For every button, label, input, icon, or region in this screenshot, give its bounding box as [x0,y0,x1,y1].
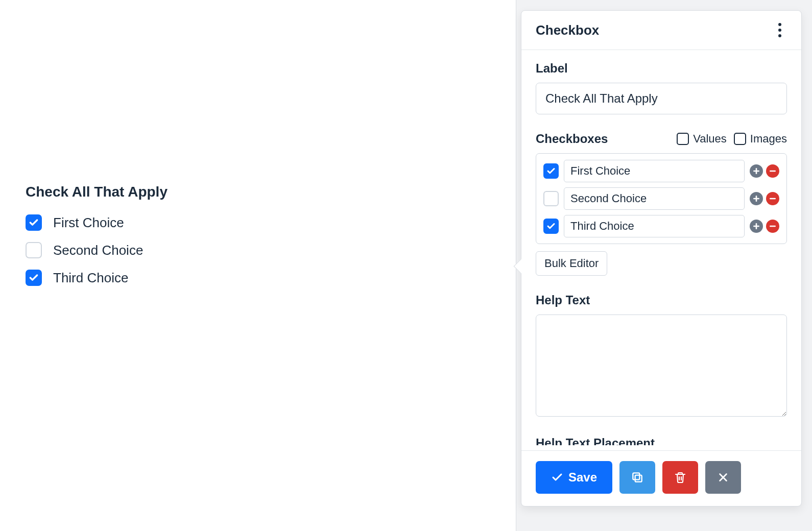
help-text-section-heading: Help Text [536,293,787,307]
images-toggle-label: Images [750,132,787,146]
label-input[interactable] [536,83,787,114]
choice-default-checkbox[interactable] [543,219,559,234]
svg-rect-0 [635,475,642,482]
trash-icon [674,471,686,484]
choice-default-checkbox[interactable] [543,191,559,206]
help-text-placement-heading: Help Text Placement [536,436,787,445]
choice-row [543,160,779,182]
help-text-input[interactable] [536,315,787,417]
values-toggle[interactable]: Values [677,132,727,146]
choice-row-actions [750,220,779,233]
preview-checkbox[interactable] [26,242,42,258]
preview-option-label: First Choice [53,215,124,231]
choice-label-input[interactable] [564,160,745,182]
choice-label-input[interactable] [564,215,745,237]
choice-row [543,215,779,237]
panel-body: Label Checkboxes Values Images [521,50,801,450]
remove-choice-button[interactable] [766,164,779,178]
preview-option[interactable]: Third Choice [26,270,383,286]
checkbox-toggles: Values Images [677,132,787,146]
check-icon [29,218,39,228]
minus-icon [769,222,777,230]
check-icon [546,166,556,176]
checkboxes-section-heading: Checkboxes [536,132,608,146]
svg-rect-1 [633,473,639,479]
check-icon [551,471,563,484]
panel-header: Checkbox [521,11,801,50]
choice-row [543,187,779,210]
add-choice-button[interactable] [750,192,763,205]
label-section-heading: Label [536,61,787,76]
save-button[interactable]: Save [536,461,612,494]
close-button[interactable] [705,461,741,494]
bulk-editor-button[interactable]: Bulk Editor [536,251,607,276]
preview-option[interactable]: First Choice [26,214,383,231]
preview-checkbox[interactable] [26,214,42,231]
plus-icon [752,167,760,175]
add-choice-button[interactable] [750,220,763,233]
plus-icon [752,195,760,203]
checkboxes-header-row: Checkboxes Values Images [536,132,787,146]
delete-button[interactable] [662,461,698,494]
images-toggle[interactable]: Images [734,132,787,146]
choices-list [536,153,787,244]
copy-icon [631,471,644,484]
duplicate-button[interactable] [619,461,655,494]
checkbox-icon [677,133,689,145]
checkbox-preview: Check All That Apply First Choice Second… [26,184,383,297]
close-icon [718,472,729,483]
minus-icon [769,167,777,175]
panel-title: Checkbox [536,22,599,38]
check-icon [546,222,556,231]
plus-icon [752,222,760,230]
values-toggle-label: Values [693,132,727,146]
preview-option[interactable]: Second Choice [26,242,383,258]
preview-option-label: Third Choice [53,270,128,286]
minus-icon [769,195,777,203]
preview-checkbox[interactable] [26,270,42,286]
check-icon [29,273,39,283]
add-choice-button[interactable] [750,164,763,178]
preview-option-label: Second Choice [53,243,143,258]
choice-row-actions [750,164,779,178]
checkbox-icon [734,133,746,145]
more-options-icon[interactable] [773,22,787,38]
choice-row-actions [750,192,779,205]
preview-title: Check All That Apply [26,184,383,200]
remove-choice-button[interactable] [766,220,779,233]
choice-label-input[interactable] [564,187,745,210]
checkbox-settings-panel: Checkbox Label Checkboxes Values Images [521,10,802,506]
save-button-label: Save [568,470,597,485]
remove-choice-button[interactable] [766,192,779,205]
panel-footer: Save [521,450,801,506]
choice-default-checkbox[interactable] [543,163,559,179]
